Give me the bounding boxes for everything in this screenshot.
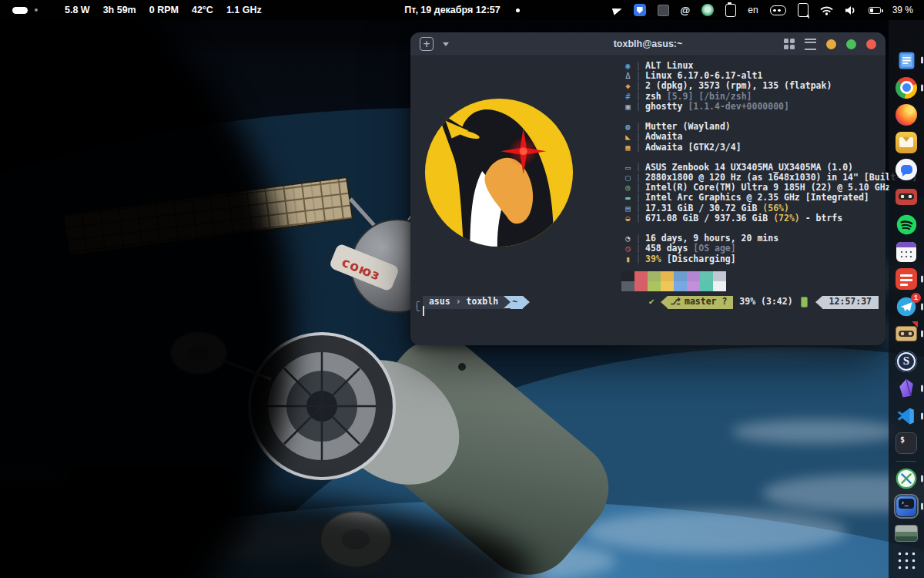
running-indicator xyxy=(921,276,923,283)
separator-bar xyxy=(638,183,639,193)
dock-item-todoist[interactable] xyxy=(892,267,921,291)
running-indicator xyxy=(921,385,923,392)
fetch-line: ▦Adwaita [GTK2/3/4] xyxy=(621,143,917,153)
palette-swatch xyxy=(621,271,634,281)
powerline-arrow-icon xyxy=(815,296,822,308)
fetch-line: ▮39% [Discharging] xyxy=(621,254,917,264)
fetch-line: ▬Intel Arc Graphics @ 2.35 GHz [Integrat… xyxy=(621,193,917,203)
running-indicator xyxy=(921,84,923,91)
separator-bar xyxy=(638,244,639,254)
tab-overview-icon[interactable] xyxy=(784,39,795,49)
dock-item-firefox[interactable] xyxy=(892,102,921,127)
palette-swatch xyxy=(713,271,726,281)
fetch-text: 17.31 GiB / 30.72 GiB xyxy=(645,203,762,213)
cursor-theme-icon: ◣ xyxy=(621,132,634,142)
uptime-icon: ◔ xyxy=(621,234,634,244)
dock-item-telegram[interactable]: 1 xyxy=(892,294,921,319)
at-tray-icon[interactable]: @ xyxy=(681,5,691,16)
fetch-text: 39% xyxy=(645,254,661,264)
separator-bar xyxy=(638,62,639,71)
dock-item-s-app[interactable]: S xyxy=(892,349,921,374)
running-indicator xyxy=(921,412,923,419)
separator-bar xyxy=(638,163,639,172)
dock-separator xyxy=(896,461,916,462)
fetch-text: [Discharging] xyxy=(661,254,736,264)
maximize-button[interactable] xyxy=(846,39,856,49)
fetch-text: [5.9] [/bin/zsh] xyxy=(667,92,752,102)
stat-value: 5.8 W xyxy=(65,5,90,15)
palette-swatch xyxy=(687,271,700,281)
packages-icon: ◆ xyxy=(621,81,634,91)
fetch-text: (72%) xyxy=(773,213,800,223)
separator-bar xyxy=(638,82,639,91)
palette-swatch xyxy=(661,271,674,281)
dock-item-chat[interactable] xyxy=(892,157,921,182)
dock-item-mail[interactable] xyxy=(892,130,921,155)
prompt-path: ~ xyxy=(511,296,523,309)
separator-bar xyxy=(638,254,639,264)
fetch-text: ghostty xyxy=(645,102,688,112)
powerline-arrow-icon xyxy=(523,296,530,308)
notification-dot-icon xyxy=(516,8,520,12)
volume-icon[interactable] xyxy=(845,5,857,15)
minimize-button[interactable] xyxy=(826,39,836,49)
new-tab-button[interactable]: + xyxy=(420,37,434,51)
dock-item-chrome[interactable] xyxy=(892,76,921,100)
battery-pill-icon xyxy=(12,7,28,14)
running-indicator xyxy=(921,502,923,509)
dock-item-app-grid[interactable] xyxy=(892,549,921,573)
palette-swatch xyxy=(687,281,700,291)
dock-item-calendar[interactable] xyxy=(892,240,921,264)
dock-item-green-x[interactable] xyxy=(892,466,921,491)
terminal-window: + toxblh@asus:~ xyxy=(410,32,886,345)
vitals-stats: 5.8 W3h 59m0 RPM42°C1.1 GHz xyxy=(65,5,262,15)
messenger-tray-icon[interactable] xyxy=(701,4,714,16)
screen-rotation-icon[interactable] xyxy=(798,3,808,17)
wifi-icon[interactable] xyxy=(820,5,833,15)
system-stats[interactable]: 5.8 W3h 59m0 RPM42°C1.1 GHz xyxy=(0,5,262,15)
git-branch-name: master ? xyxy=(685,297,727,307)
hamburger-menu-icon[interactable] xyxy=(805,39,816,50)
fetch-text: (56%) xyxy=(762,203,789,213)
dock-item-spotify[interactable] xyxy=(892,212,921,237)
gtk-theme-icon: ▦ xyxy=(621,143,634,153)
telegram-tray-icon[interactable] xyxy=(611,5,622,15)
tray-app-icon[interactable] xyxy=(658,5,669,16)
battery-icon[interactable] xyxy=(869,7,881,14)
media-remote-icon[interactable] xyxy=(770,5,786,15)
dock-item-cassette-red[interactable] xyxy=(892,185,921,210)
terminal-titlebar[interactable]: + toxblh@asus:~ xyxy=(410,32,886,56)
gpu-icon: ▬ xyxy=(621,193,634,203)
separator-bar xyxy=(638,133,639,142)
kernel-icon: Δ xyxy=(621,71,634,81)
dock-item-ghostty[interactable]: ›_ xyxy=(892,494,921,519)
prompt-time: 12:57:37 xyxy=(822,296,879,309)
palette-swatch xyxy=(674,281,687,291)
dock-item-vscode[interactable] xyxy=(892,404,921,428)
dock: 1S$›_ xyxy=(889,20,924,578)
clipboard-tray-icon[interactable] xyxy=(725,4,736,17)
fetch-text: [1.1.4-dev+0000000] xyxy=(688,102,789,112)
close-button[interactable] xyxy=(866,39,876,49)
clock[interactable]: Пт, 19 декабря 12:57 xyxy=(404,5,500,15)
dock-item-screenshot-thumb[interactable] xyxy=(892,521,921,546)
terminal-icon: ▣ xyxy=(621,102,634,112)
fetch-text: 2 (dpkg), 3573 (rpm), 135 (flatpak) xyxy=(645,81,832,91)
dock-item-dollar-terminal[interactable]: $ xyxy=(892,431,921,455)
bitwarden-tray-icon[interactable] xyxy=(634,4,646,16)
terminal-content[interactable]: ◉ALT LinuxΔLinux 6.17.0-6.17-alt1◆2 (dpk… xyxy=(410,56,886,345)
separator-bar xyxy=(638,102,639,111)
keyboard-layout[interactable]: en xyxy=(748,5,758,15)
dock-item-files[interactable] xyxy=(892,48,921,72)
stat-value: 1.1 GHz xyxy=(226,5,262,15)
dock-item-tape-yellow[interactable] xyxy=(892,321,921,346)
indicator-dot-icon xyxy=(35,8,38,12)
tab-chevron-icon[interactable] xyxy=(443,42,449,46)
separator-bar xyxy=(638,213,639,223)
fetch-text: 458 days xyxy=(645,244,693,254)
fetch-text: zsh xyxy=(645,92,667,102)
palette-swatch xyxy=(661,281,674,291)
dock-item-obsidian[interactable] xyxy=(892,376,921,401)
fetch-line: ◣Adwaita xyxy=(621,132,917,142)
fetch-line: #zsh [5.9] [/bin/zsh] xyxy=(621,92,917,102)
